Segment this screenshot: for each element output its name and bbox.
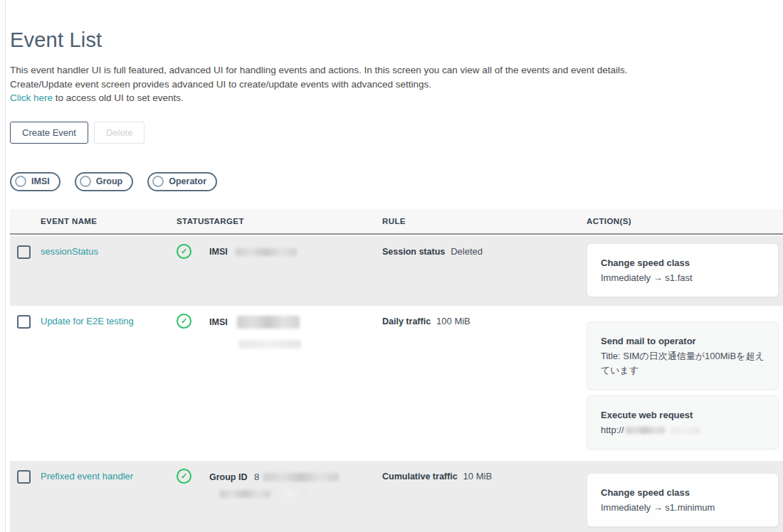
radio-circle-icon [15, 176, 26, 187]
target-type-label: IMSI [209, 247, 228, 257]
rule-cell: Session statusDeleted [382, 236, 587, 306]
page-description: This event handler UI is full featured, … [10, 63, 783, 105]
target-type-label: IMSI [209, 317, 228, 327]
header-target: TARGET [209, 217, 382, 225]
header-status: STATUS [177, 217, 209, 225]
table-row: sessionStatus ✓ IMSI Session statusDelet… [10, 236, 783, 306]
event-list-page: Event List This event handler UI is full… [10, 28, 783, 532]
target-type-label: Group ID [209, 472, 247, 482]
toolbar: Create Event Delete [10, 122, 783, 144]
rule-type-label: Cumulative traffic [382, 472, 458, 482]
action-detail: Immediately → s1.minimum [601, 501, 767, 515]
rule-type-label: Session status [382, 247, 445, 257]
action-detail: Immediately → s1.fast [601, 271, 767, 285]
redacted-value [236, 248, 297, 256]
table-header: EVENT NAME STATUS TARGET RULE ACTION(S) [10, 209, 783, 235]
redacted-value [238, 340, 301, 349]
header-rule: RULE [382, 217, 587, 225]
action-detail: Title: SIMの日次通信量が100MiBを超えています [601, 349, 767, 378]
actions-cell: Change speed class Immediately → s1.mini… [587, 461, 783, 532]
rule-cell: Daily traffic100 MiB [382, 306, 587, 461]
filter-pill-imsi[interactable]: IMSI [10, 172, 61, 191]
action-card: Change speed class Immediately → s1.mini… [587, 473, 779, 527]
event-name-link[interactable]: Update for E2E testing [41, 316, 134, 326]
table-row: Update for E2E testing ✓ IMSI Daily traf… [10, 306, 783, 461]
action-card: Change speed class Immediately → s1.fast [587, 243, 779, 297]
status-enabled-check-icon: ✓ [177, 314, 191, 329]
table-row: Prefixed event handler ✓ Group ID 8 Cumu… [10, 461, 783, 532]
event-name-link[interactable]: Prefixed event handler [41, 471, 133, 482]
url-prefix: http:// [601, 425, 624, 435]
action-card: Execute web request http:// [587, 395, 779, 449]
filter-operator-label: Operator [169, 176, 206, 186]
create-event-button[interactable]: Create Event [10, 122, 88, 144]
status-enabled-check-icon: ✓ [177, 469, 191, 484]
old-ui-link-suffix: to access old UI to set events. [53, 92, 184, 103]
description-line-3: Click here to access old UI to set event… [10, 91, 783, 105]
rule-cell: Cumulative traffic10 MiB [382, 461, 587, 532]
redacted-value [626, 427, 665, 434]
filter-pill-operator[interactable]: Operator [147, 172, 217, 191]
event-name-link[interactable]: sessionStatus [41, 246, 98, 257]
target-cell: IMSI [209, 236, 382, 306]
redacted-value [219, 490, 270, 498]
filter-pill-group[interactable]: Group [75, 172, 134, 191]
filter-imsi-label: IMSI [31, 176, 50, 186]
target-value-prefix: 8 [254, 472, 259, 482]
description-line-2: Create/Update event screen provides adva… [10, 78, 783, 92]
radio-circle-icon [80, 176, 91, 187]
filter-group-label: Group [96, 176, 123, 186]
target-cell: IMSI [209, 306, 382, 461]
action-title: Change speed class [601, 257, 767, 268]
rule-type-label: Daily traffic [382, 316, 431, 326]
action-title: Execute web request [601, 410, 767, 420]
page-title: Event List [10, 28, 783, 52]
actions-cell: Change speed class Immediately → s1.fast [587, 236, 783, 306]
redacted-value [671, 427, 700, 434]
action-title: Send mail to operator [601, 336, 767, 346]
target-cell: Group ID 8 [209, 461, 382, 532]
rule-value: 100 MiB [436, 316, 471, 326]
delete-button: Delete [94, 122, 145, 144]
old-ui-link[interactable]: Click here [10, 92, 53, 103]
action-title: Change speed class [601, 487, 767, 498]
actions-cell: Send mail to operator Title: SIMの日次通信量が1… [587, 306, 783, 461]
description-line-1: This event handler UI is full featured, … [10, 63, 783, 78]
panel-left-border [0, 0, 6, 532]
header-event-name: EVENT NAME [41, 217, 177, 225]
action-card: Send mail to operator Title: SIMの日次通信量が1… [587, 321, 779, 390]
row-checkbox[interactable] [17, 315, 31, 329]
row-checkbox[interactable] [17, 245, 31, 259]
rule-value: Deleted [451, 246, 483, 257]
header-actions: ACTION(S) [587, 217, 783, 225]
rule-value: 10 MiB [463, 471, 492, 482]
redacted-value [237, 316, 300, 329]
action-detail: http:// [601, 423, 767, 437]
radio-circle-icon [152, 176, 164, 187]
target-filter-group: IMSI Group Operator [10, 172, 783, 191]
redacted-value [263, 473, 339, 482]
status-enabled-check-icon: ✓ [177, 244, 191, 259]
redacted-value [275, 490, 306, 497]
row-checkbox[interactable] [17, 470, 31, 484]
